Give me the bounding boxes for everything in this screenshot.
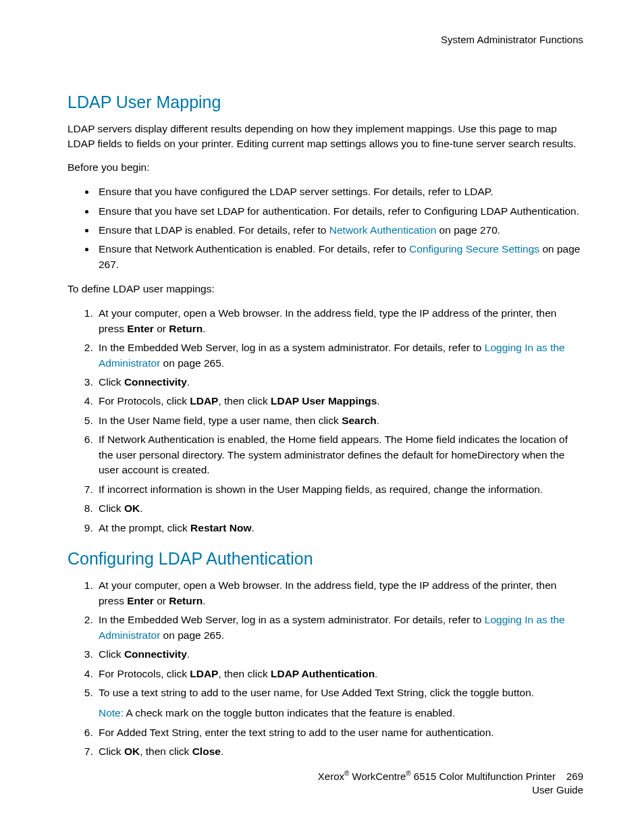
text: or: [154, 595, 169, 606]
page-number: 269: [566, 770, 583, 783]
bold-text: Connectivity: [124, 648, 187, 660]
bold-text: OK: [124, 746, 140, 757]
text: For Protocols, click: [99, 395, 190, 407]
bold-text: LDAP: [190, 668, 218, 679]
list-item: Ensure that you have set LDAP for authen…: [96, 204, 583, 219]
text: Click: [99, 648, 124, 660]
text: , then click: [140, 746, 192, 757]
page-footer: Xerox® WorkCentre® 6515 Color Multifunct…: [318, 769, 583, 798]
text: .: [221, 746, 223, 757]
bold-text: LDAP Authentication: [271, 668, 375, 679]
list-item: Click Connectivity.: [96, 375, 583, 390]
ldap-mapping-steps: At your computer, open a Web browser. In…: [68, 306, 583, 536]
note-label: Note:: [99, 707, 124, 719]
text: Ensure that Network Authentication is en…: [99, 243, 409, 255]
text: .: [140, 502, 142, 514]
bold-text: LDAP: [190, 395, 218, 407]
define-mappings-label: To define LDAP user mappings:: [68, 282, 583, 296]
text: on page 270.: [436, 224, 500, 236]
text: Click: [99, 502, 124, 514]
bold-text: Connectivity: [124, 376, 187, 388]
ldap-auth-steps: At your computer, open a Web browser. In…: [68, 578, 583, 760]
bold-text: OK: [124, 502, 140, 514]
list-item: Click OK, then click Close.: [96, 744, 583, 759]
text: To use a text string to add to the user …: [99, 687, 534, 698]
text: .: [377, 415, 379, 426]
registered-icon: ®: [406, 770, 410, 777]
footer-product: WorkCentre: [349, 771, 406, 782]
footer-model: 6515 Color Multifunction Printer: [411, 771, 556, 782]
footer-doc-type: User Guide: [318, 783, 583, 797]
text: In the Embedded Web Server, log in as a …: [99, 342, 485, 353]
text: , then click: [218, 668, 271, 679]
text: .: [377, 395, 379, 407]
list-item: Click OK.: [96, 501, 583, 516]
text: At the prompt, click: [99, 522, 190, 533]
bold-text: Close: [192, 746, 221, 757]
bold-text: Search: [342, 415, 377, 426]
list-item: For Protocols, click LDAP, then click LD…: [96, 394, 583, 409]
note-text: A check mark on the toggle button indica…: [124, 707, 455, 719]
text: In the User Name field, type a user name…: [99, 415, 342, 426]
footer-brand: Xerox: [318, 771, 344, 782]
text: In the Embedded Web Server, log in as a …: [99, 614, 485, 625]
before-bullets: Ensure that you have configured the LDAP…: [68, 184, 583, 272]
link-configuring-secure-settings[interactable]: Configuring Secure Settings: [409, 243, 539, 255]
text: Ensure that LDAP is enabled. For details…: [99, 224, 329, 236]
text: For Protocols, click: [99, 668, 190, 679]
list-item: In the User Name field, type a user name…: [96, 413, 583, 428]
list-item: For Added Text String, enter the text st…: [96, 725, 583, 740]
page-header: System Administrator Functions: [68, 34, 583, 45]
text: .: [375, 668, 377, 679]
document-page: System Administrator Functions LDAP User…: [0, 0, 644, 834]
section-heading-configuring-ldap-auth: Configuring LDAP Authentication: [68, 549, 583, 569]
list-item: If incorrect information is shown in the…: [96, 482, 583, 497]
list-item: In the Embedded Web Server, log in as a …: [96, 340, 583, 371]
list-item: Ensure that you have configured the LDAP…: [96, 184, 583, 199]
list-item: To use a text string to add to the user …: [96, 685, 583, 721]
list-item: In the Embedded Web Server, log in as a …: [96, 613, 583, 643]
list-item: At the prompt, click Restart Now.: [96, 521, 583, 536]
text: .: [187, 376, 190, 388]
bold-text: Return: [169, 595, 203, 606]
text: .: [252, 522, 254, 533]
list-item: Ensure that Network Authentication is en…: [96, 242, 583, 272]
list-item: If Network Authentication is enabled, th…: [96, 432, 583, 477]
text: Click: [99, 376, 124, 388]
bold-text: Enter: [127, 323, 154, 334]
bold-text: Restart Now: [190, 522, 251, 533]
note-block: Note: A check mark on the toggle button …: [99, 706, 583, 721]
text: or: [154, 323, 169, 334]
text: .: [203, 595, 205, 606]
text: , then click: [218, 395, 271, 407]
bold-text: LDAP User Mappings: [271, 395, 377, 407]
list-item: At your computer, open a Web browser. In…: [96, 578, 583, 608]
before-you-begin-label: Before you begin:: [68, 160, 583, 175]
text: on page 265.: [160, 357, 224, 369]
section-heading-ldap-user-mapping: LDAP User Mapping: [68, 93, 583, 112]
text: .: [187, 648, 190, 660]
list-item: Click Connectivity.: [96, 647, 583, 662]
text: Click: [99, 746, 124, 757]
list-item: At your computer, open a Web browser. In…: [96, 306, 583, 336]
text: .: [203, 323, 205, 334]
text: on page 265.: [160, 629, 224, 641]
bold-text: Enter: [127, 595, 154, 606]
list-item: For Protocols, click LDAP, then click LD…: [96, 667, 583, 681]
bold-text: Return: [169, 323, 203, 334]
intro-paragraph: LDAP servers display different results d…: [68, 122, 583, 151]
link-network-authentication[interactable]: Network Authentication: [329, 224, 437, 236]
list-item: Ensure that LDAP is enabled. For details…: [96, 223, 583, 238]
